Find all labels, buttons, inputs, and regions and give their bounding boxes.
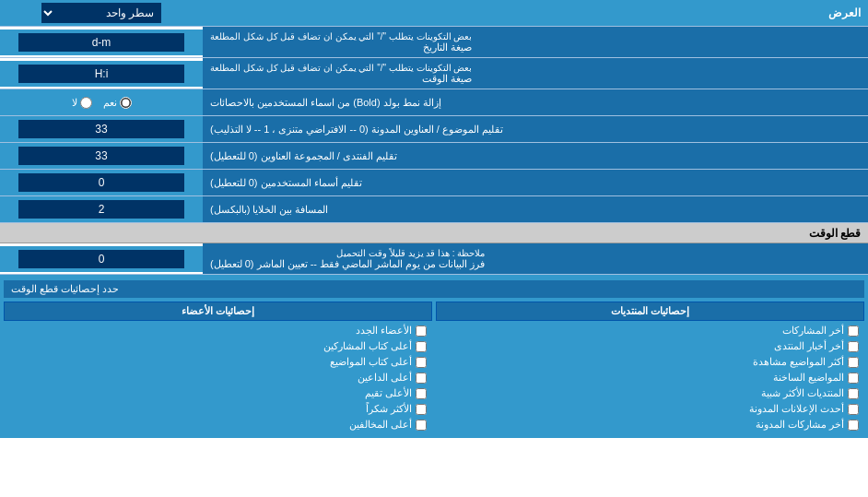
stats-grid: إحصائيات المنتديات أخر المشاركات أخر أخب… — [4, 302, 864, 432]
cell-spacing-input-area: 2 — [0, 196, 203, 222]
stats-posts-cb-2[interactable] — [848, 341, 859, 352]
stats-posts-label-4: المواضيع الساخنة — [773, 372, 844, 384]
cut-time-row: ملاحظة : هذا قد يزيد قليلاً وقت التحميل … — [0, 243, 868, 275]
cell-spacing-row: المسافة بين الخلايا (بالبكسل) 2 — [0, 196, 868, 223]
cut-time-input[interactable]: 0 — [18, 250, 184, 268]
stats-posts-label-6: أحدث الإعلانات المدونة — [749, 403, 844, 415]
stats-posts-label-2: أخر أخبار المنتدى — [774, 340, 844, 352]
bold-remove-yes[interactable]: نعم — [103, 97, 132, 109]
stats-mem-item-6: الأكثر شكراً — [4, 401, 432, 417]
date-format-note: بعض التكوينات يتطلب "/" التي يمكن ان تضا… — [210, 31, 472, 41]
forum-titles-input[interactable]: 33 — [18, 147, 184, 165]
stats-item-4: المواضيع الساخنة — [436, 370, 864, 385]
date-format-label: بعض التكوينات يتطلب "/" التي يمكن ان تضا… — [203, 27, 868, 57]
usernames-label: تقليم أسماء المستخدمين (0 للتعطيل) — [203, 170, 868, 195]
topic-titles-row: تقليم الموضوع / العناوين المدونة (0 -- ا… — [0, 116, 868, 143]
stats-mem-item-7: أعلى المخالفين — [4, 417, 432, 432]
cut-time-header: قطع الوقت — [0, 223, 868, 243]
stats-members-cb-1[interactable] — [416, 325, 427, 337]
stats-posts-label-1: أخر المشاركات — [782, 325, 844, 337]
stats-members-label-5: الأعلى تقيم — [365, 387, 412, 399]
stats-posts-cb-3[interactable] — [848, 357, 859, 368]
main-container: العرض سطر واحد سطرين ثلاثة أسطر بعض التك… — [0, 0, 868, 438]
stats-members-header: إحصائيات الأعضاء — [4, 302, 432, 321]
usernames-input[interactable]: 0 — [18, 173, 184, 192]
cut-time-title: قطع الوقت — [7, 227, 861, 240]
stats-members-cb-4[interactable] — [416, 373, 427, 384]
display-label: العرض — [203, 3, 868, 23]
stats-members-label-3: أعلى كتاب المواضيع — [330, 356, 412, 368]
topic-titles-input[interactable]: 33 — [18, 120, 184, 138]
stats-mem-item-3: أعلى كتاب المواضيع — [4, 354, 432, 370]
stats-posts-cb-7[interactable] — [848, 420, 859, 431]
stats-members-cb-3[interactable] — [416, 357, 427, 368]
display-select-area: سطر واحد سطرين ثلاثة أسطر — [0, 0, 203, 26]
stats-members-cb-2[interactable] — [416, 341, 427, 352]
stats-posts-label-7: أخر مشاركات المدونة — [756, 419, 844, 431]
stats-item-7: أخر مشاركات المدونة — [436, 417, 864, 432]
stats-members-label-2: أعلى كتاب المشاركين — [323, 340, 412, 352]
time-format-title: صيغة الوقت — [422, 73, 472, 84]
stats-section: حدد إحصائيات قطع الوقت إحصائيات المنتديا… — [0, 275, 868, 438]
stats-posts-cb-5[interactable] — [848, 388, 859, 399]
stats-title: حدد إحصائيات قطع الوقت — [11, 283, 119, 295]
stats-members-label-7: أعلى المخالفين — [349, 419, 412, 431]
stats-title-row: حدد إحصائيات قطع الوقت — [4, 280, 864, 298]
forum-titles-label: تقليم الفنتدى / المجموعة العناوين (0 للت… — [203, 143, 868, 169]
bold-yes-label: نعم — [103, 97, 117, 109]
stats-item-3: أكثر المواضيع مشاهدة — [436, 354, 864, 370]
usernames-row: تقليم أسماء المستخدمين (0 للتعطيل) 0 — [0, 170, 868, 196]
stats-item-5: المنتديات الأكثر شبية — [436, 385, 864, 401]
stats-mem-item-4: أعلى الداعين — [4, 370, 432, 385]
stats-members-label-1: الأعضاء الجدد — [356, 325, 412, 337]
stats-members-label-6: الأكثر شكراً — [366, 403, 412, 415]
stats-posts-cb-1[interactable] — [848, 325, 859, 337]
stats-members-cb-5[interactable] — [416, 388, 427, 399]
stats-mem-item-1: الأعضاء الجدد — [4, 323, 432, 338]
stats-members-label-4: أعلى الداعين — [358, 372, 412, 384]
topic-titles-input-area: 33 — [0, 116, 203, 142]
usernames-input-area: 0 — [0, 170, 203, 195]
stats-members-cb-6[interactable] — [416, 404, 427, 415]
forum-titles-input-area: 33 — [0, 143, 203, 169]
time-format-input-area: H:i — [0, 61, 203, 87]
stats-item-1: أخر المشاركات — [436, 323, 864, 338]
bold-remove-label: إزالة نمط بولد (Bold) من اسماء المستخدمي… — [203, 89, 868, 115]
time-format-note: بعض التكوينات يتطلب "/" التي يمكن ان تضا… — [210, 63, 472, 73]
stats-posts-cb-4[interactable] — [848, 373, 859, 384]
cell-spacing-input[interactable]: 2 — [18, 200, 184, 219]
date-format-row: بعض التكوينات يتطلب "/" التي يمكن ان تضا… — [0, 27, 868, 58]
bold-no-radio[interactable] — [80, 97, 92, 109]
stats-mem-item-5: الأعلى تقيم — [4, 385, 432, 401]
stats-item-6: أحدث الإعلانات المدونة — [436, 401, 864, 417]
date-format-input-area: d-m — [0, 30, 203, 55]
display-row: العرض سطر واحد سطرين ثلاثة أسطر — [0, 0, 868, 27]
time-format-input[interactable]: H:i — [18, 65, 184, 83]
stats-posts-col: إحصائيات المنتديات أخر المشاركات أخر أخب… — [436, 302, 864, 432]
cut-time-row-label: ملاحظة : هذا قد يزيد قليلاً وقت التحميل … — [203, 243, 868, 274]
bold-yes-radio[interactable] — [120, 97, 132, 109]
stats-members-col: إحصائيات الأعضاء الأعضاء الجدد أعلى كتاب… — [4, 302, 432, 432]
time-format-label: بعض التكوينات يتطلب "/" التي يمكن ان تضا… — [203, 58, 868, 89]
cut-time-note: ملاحظة : هذا قد يزيد قليلاً وقت التحميل — [336, 248, 485, 258]
forum-titles-row: تقليم الفنتدى / المجموعة العناوين (0 للت… — [0, 143, 868, 170]
cut-time-input-area: 0 — [0, 246, 203, 272]
cut-time-main-label: فرز البيانات من يوم الماشر الماضي فقط --… — [210, 258, 485, 269]
time-format-row: بعض التكوينات يتطلب "/" التي يمكن ان تضا… — [0, 58, 868, 89]
date-format-title: صيغة التاريخ — [423, 41, 472, 53]
stats-item-2: أخر أخبار المنتدى — [436, 338, 864, 354]
cell-spacing-label: المسافة بين الخلايا (بالبكسل) — [203, 196, 868, 222]
stats-mem-item-2: أعلى كتاب المشاركين — [4, 338, 432, 354]
bold-remove-radio-area: نعم لا — [0, 93, 203, 112]
stats-posts-cb-6[interactable] — [848, 404, 859, 415]
display-select[interactable]: سطر واحد سطرين ثلاثة أسطر — [41, 3, 161, 23]
date-format-input[interactable]: d-m — [18, 33, 184, 52]
bold-no-label: لا — [72, 97, 77, 109]
stats-members-cb-7[interactable] — [416, 420, 427, 431]
bold-remove-row: إزالة نمط بولد (Bold) من اسماء المستخدمي… — [0, 89, 868, 116]
stats-posts-label-3: أكثر المواضيع مشاهدة — [753, 356, 844, 368]
topic-titles-label: تقليم الموضوع / العناوين المدونة (0 -- ا… — [203, 116, 868, 142]
stats-posts-header: إحصائيات المنتديات — [436, 302, 864, 321]
bold-remove-no[interactable]: لا — [72, 97, 92, 109]
stats-posts-label-5: المنتديات الأكثر شبية — [761, 387, 844, 399]
